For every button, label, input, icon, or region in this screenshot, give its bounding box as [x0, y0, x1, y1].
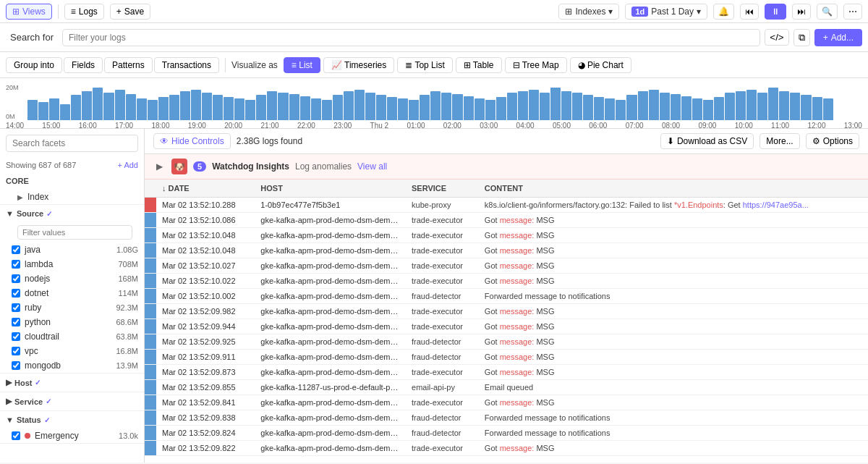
source-item[interactable]: nodejs 168M: [0, 271, 144, 286]
code-view-btn[interactable]: </>: [765, 29, 788, 46]
view-all-link[interactable]: View all: [357, 161, 387, 172]
table-row[interactable]: Mar 02 13:52:10.048 gke-kafka-apm-prod-d…: [145, 228, 868, 243]
emergency-checkbox[interactable]: [12, 431, 20, 440]
timeseries-btn[interactable]: 📈 Timeseries: [323, 57, 394, 73]
save-button[interactable]: + Save: [110, 4, 150, 20]
source-item[interactable]: mongodb 13.9M: [0, 358, 144, 373]
chart-bar: [540, 93, 550, 120]
list-view-btn[interactable]: ≡ List: [284, 57, 320, 73]
add-facet-btn[interactable]: + Add: [118, 161, 138, 169]
table-row[interactable]: Mar 02 13:52:09.873 gke-kafka-apm-prod-d…: [145, 365, 868, 380]
source-checkbox[interactable]: [12, 274, 20, 283]
chart-bar: [725, 93, 735, 120]
log-host: gke-kafka-apm-prod-demo-dsm-demo-2e2155.…: [255, 395, 406, 410]
facet-search-input[interactable]: [6, 135, 138, 152]
service-header[interactable]: SERVICE: [406, 180, 479, 198]
table-row[interactable]: Mar 02 13:52:09.855 gke-kafka-11287-us-p…: [145, 380, 868, 395]
key-highlight: message:: [500, 398, 535, 407]
options-btn[interactable]: ⚙ Options: [806, 133, 859, 149]
source-item[interactable]: dotnet 114M: [0, 286, 144, 300]
log-content: Forwarded message to notifications: [479, 410, 868, 426]
copy-btn[interactable]: ⧉: [793, 29, 810, 46]
log-content: Got message: MSG: [479, 350, 868, 365]
source-item[interactable]: python 68.6M: [0, 315, 144, 329]
download-csv-btn[interactable]: ⬇ Download as CSV: [660, 133, 754, 149]
table-row[interactable]: Mar 02 13:52:10.027 gke-kafka-apm-prod-d…: [145, 258, 868, 274]
hide-controls-btn[interactable]: 👁 Hide Controls: [153, 133, 231, 149]
chart-bar: [671, 94, 681, 120]
table-row[interactable]: Mar 02 13:52:10.288 1-0b97ec477e7f5b3e1 …: [145, 198, 868, 213]
table-row[interactable]: Mar 02 13:52:10.048 gke-kafka-apm-prod-d…: [145, 243, 868, 258]
table-row[interactable]: Mar 02 13:52:10.086 gke-kafka-apm-prod-d…: [145, 213, 868, 228]
core-header[interactable]: CORE: [0, 172, 144, 190]
log-host: 1-0b97ec477e7f5b3e1: [255, 198, 406, 213]
pause-btn[interactable]: ⏸: [765, 4, 786, 20]
source-checkbox[interactable]: [12, 289, 20, 298]
source-checkbox[interactable]: [12, 347, 20, 355]
row-indicator: [145, 228, 156, 243]
source-checkbox[interactable]: [12, 318, 20, 326]
alert-icon-btn[interactable]: 🔔: [713, 4, 734, 20]
emergency-item[interactable]: Emergency 13.0k: [0, 429, 144, 443]
add-button[interactable]: + Add...: [814, 29, 862, 46]
source-item[interactable]: lambda 708M: [0, 257, 144, 271]
source-checkbox[interactable]: [12, 332, 20, 341]
table-row[interactable]: Mar 02 13:52:09.838 gke-kafka-apm-prod-d…: [145, 410, 868, 426]
chart-bar: [823, 98, 833, 120]
source-item[interactable]: ruby 92.3M: [0, 300, 144, 315]
table-row[interactable]: Mar 02 13:52:10.022 gke-kafka-apm-prod-d…: [145, 274, 868, 289]
logs-button[interactable]: ≡ Logs: [64, 4, 104, 20]
host-header[interactable]: HOST: [255, 180, 406, 198]
chart-bar: [137, 98, 147, 120]
status-header[interactable]: ▼ Status ✓: [0, 411, 144, 429]
source-item[interactable]: java 1.08G: [0, 242, 144, 257]
source-checkbox[interactable]: [12, 361, 20, 370]
host-header[interactable]: ▶ Host ✓: [0, 374, 144, 392]
fields-btn[interactable]: Fields: [64, 57, 103, 73]
chevron-down-icon: ▾: [608, 7, 613, 17]
settings-nav-btn[interactable]: ⋯: [843, 4, 862, 20]
table-row[interactable]: Mar 02 13:52:09.841 gke-kafka-apm-prod-d…: [145, 395, 868, 410]
search-input[interactable]: [62, 29, 760, 46]
url-link[interactable]: https://947ae95a...: [743, 201, 809, 209]
more-btn[interactable]: More...: [760, 133, 799, 149]
source-item[interactable]: cloudtrail 63.8M: [0, 329, 144, 344]
chart-bars: [22, 84, 839, 120]
indexes-dropdown[interactable]: ⊞ Indexes ▾: [558, 4, 619, 20]
skip-back-btn[interactable]: ⏮: [740, 4, 759, 20]
source-header[interactable]: ▼ Source ✓: [0, 205, 144, 222]
content-header[interactable]: CONTENT: [479, 180, 868, 198]
table-btn[interactable]: ⊞ Table: [456, 57, 502, 73]
table-row[interactable]: Mar 02 13:52:09.911 gke-kafka-apm-prod-d…: [145, 350, 868, 365]
service-header[interactable]: ▶ Service ✓: [0, 392, 144, 410]
row-indicator: [145, 350, 156, 365]
top-list-btn[interactable]: ≣ Top List: [397, 57, 452, 73]
source-checkbox[interactable]: [12, 245, 20, 254]
source-checkbox[interactable]: [12, 303, 20, 312]
table-row[interactable]: Mar 02 13:52:09.944 gke-kafka-apm-prod-d…: [145, 319, 868, 334]
patterns-btn[interactable]: Patterns: [104, 57, 153, 73]
index-item[interactable]: ▶ Index: [0, 190, 144, 204]
search-nav-btn[interactable]: 🔍: [817, 4, 838, 20]
table-row[interactable]: Mar 02 13:52:09.925 gke-kafka-apm-prod-d…: [145, 334, 868, 350]
filter-values-input[interactable]: [17, 225, 132, 240]
watchdog-expand-btn[interactable]: ▶: [153, 160, 166, 173]
log-date: Mar 02 13:52:09.855: [156, 380, 255, 395]
table-row[interactable]: Mar 02 13:52:10.002 gke-kafka-apm-prod-d…: [145, 289, 868, 304]
source-item[interactable]: vpc 16.8M: [0, 344, 144, 358]
log-host: gke-kafka-apm-prod-demo-dsm-demo-2e2155.…: [255, 334, 406, 350]
transactions-btn[interactable]: Transactions: [154, 57, 219, 73]
table-row[interactable]: Mar 02 13:52:09.982 gke-kafka-apm-prod-d…: [145, 304, 868, 319]
tree-map-btn[interactable]: ⊟ Tree Map: [505, 57, 567, 73]
pie-chart-btn[interactable]: ◕ Pie Chart: [570, 57, 631, 73]
status-label: Status: [17, 416, 41, 424]
table-row[interactable]: Mar 02 13:52:09.824 gke-kafka-apm-prod-d…: [145, 426, 868, 441]
skip-fwd-btn[interactable]: ⏭: [792, 4, 811, 20]
source-checkbox[interactable]: [12, 260, 20, 269]
views-button[interactable]: ⊞ Views: [6, 4, 52, 20]
chart-bar: [60, 104, 70, 120]
date-header[interactable]: ↓ DATE: [156, 180, 255, 198]
time-range-selector[interactable]: 1d Past 1 Day ▾: [625, 4, 707, 20]
table-row[interactable]: Mar 02 13:52:09.822 gke-kafka-apm-prod-d…: [145, 441, 868, 456]
group-into-btn[interactable]: Group into: [6, 57, 62, 73]
